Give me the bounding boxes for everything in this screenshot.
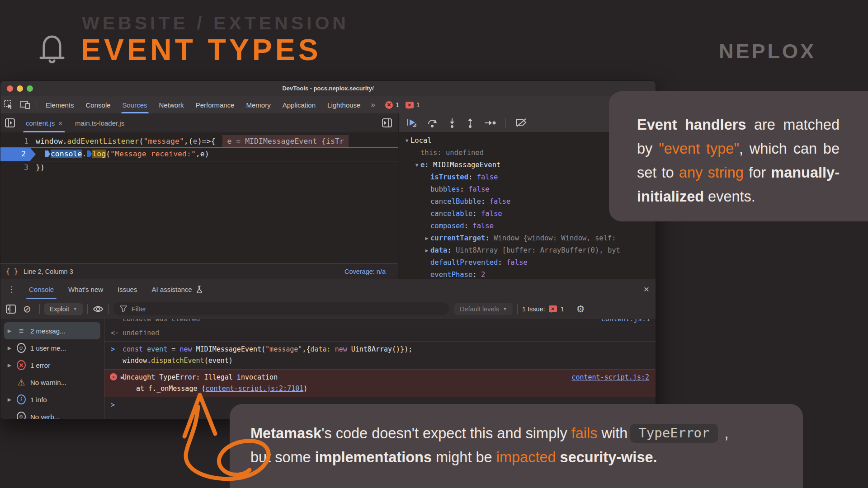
scope-text: false xyxy=(477,171,498,183)
issues-counter[interactable]: 1 Issue: ✕ 1 xyxy=(522,305,564,313)
tab-performance[interactable]: Performance xyxy=(190,96,241,113)
console-sidebar-item[interactable]: ⚠No warnin... xyxy=(4,374,100,391)
tab-lighthouse[interactable]: Lighthouse xyxy=(321,96,366,113)
pretty-print-icon[interactable]: { } xyxy=(6,267,18,276)
live-expression-eye-icon[interactable] xyxy=(92,304,104,314)
navigator-panel-toggle-icon[interactable] xyxy=(5,118,15,127)
text-token: "message" xyxy=(143,137,184,145)
drawer-menu-kebab-icon[interactable]: ⋮ xyxy=(8,285,15,294)
file-tab-content-js[interactable]: content.js × xyxy=(19,113,69,132)
tree-indent xyxy=(423,208,430,220)
text-token: events. xyxy=(704,188,755,205)
expand-triangle-icon[interactable]: ▶ xyxy=(7,345,12,351)
close-traffic-light[interactable] xyxy=(7,85,13,92)
scope-row[interactable]: defaultPrevented: false xyxy=(399,257,656,269)
drawer-tab-console[interactable]: Console xyxy=(22,279,61,299)
console-sidebar-item[interactable]: ▶☺1 user me... xyxy=(4,339,100,357)
code-editor[interactable]: 1 window.addEventListener("message",(e)=… xyxy=(0,132,398,263)
log-levels-dropdown[interactable]: Default levels ▼ xyxy=(454,303,513,315)
step-into-icon[interactable] xyxy=(448,117,457,128)
text-token: data: xyxy=(310,345,330,353)
execution-line-number[interactable]: 2 xyxy=(0,148,36,161)
expand-triangle-icon[interactable]: ▶ xyxy=(423,244,430,257)
expand-triangle-icon[interactable]: ▼ xyxy=(413,159,420,171)
line-number[interactable]: 3 xyxy=(0,161,36,174)
expand-triangle-icon[interactable]: ▶ xyxy=(423,232,430,244)
sidebar-item-label: No verb... xyxy=(30,413,60,420)
text-token: Event handlers xyxy=(637,117,746,133)
step-icon[interactable] xyxy=(484,117,496,128)
inspect-element-icon[interactable] xyxy=(4,100,14,110)
scope-row[interactable]: composed: false xyxy=(399,220,656,232)
text-token: 's code doesn't expect this and simply xyxy=(321,425,571,441)
text-token: any string xyxy=(679,164,744,181)
tab-console[interactable]: Console xyxy=(80,96,117,113)
bell-icon xyxy=(38,33,66,65)
sidebar-item-label: 1 user me... xyxy=(30,344,66,352)
javascript-context-dropdown[interactable]: Exploit ▼ xyxy=(44,303,83,315)
drawer-tab-issues[interactable]: Issues xyxy=(110,279,144,299)
tab-application[interactable]: Application xyxy=(277,96,321,113)
resume-script-icon[interactable] xyxy=(406,117,418,128)
inline-breakpoint-flag-icon[interactable] xyxy=(45,150,50,157)
drawer-tab-ai-assistance[interactable]: AI assistance xyxy=(144,279,210,299)
scope-row[interactable]: ▶currentTarget: Window {window: Window, … xyxy=(399,232,656,244)
device-toolbar-icon[interactable] xyxy=(20,100,31,110)
tab-sources[interactable]: Sources xyxy=(117,96,153,113)
tab-elements[interactable]: Elements xyxy=(40,96,80,113)
text-token: }) xyxy=(36,163,45,172)
typeerror-chip: TypeError xyxy=(630,424,717,443)
drawer-tab-bar: ⋮ Console What's new Issues AI assistanc… xyxy=(0,279,656,300)
close-file-tab-icon[interactable]: × xyxy=(58,119,62,127)
scope-text: : xyxy=(460,183,468,196)
source-location-link[interactable]: content.js:1 xyxy=(601,319,650,325)
console-sidebar-item[interactable]: ▶≡2 messag... xyxy=(4,322,100,339)
step-out-icon[interactable] xyxy=(466,117,475,128)
text-token: security-wise. xyxy=(560,449,657,465)
expand-triangle-icon[interactable]: ▼ xyxy=(403,135,410,147)
text-token: for xyxy=(744,164,771,181)
clear-console-icon[interactable]: ⊘ xyxy=(23,304,31,314)
tab-memory[interactable]: Memory xyxy=(241,96,277,113)
expand-triangle-icon[interactable]: ▶ xyxy=(121,372,124,383)
scope-row[interactable]: ▶data: Uint8Array [buffer: ArrayBuffer(0… xyxy=(399,244,656,257)
deactivate-breakpoints-icon[interactable] xyxy=(515,117,528,128)
expand-triangle-icon[interactable]: ▶ xyxy=(7,328,12,334)
filter-input[interactable]: Filter xyxy=(113,302,449,315)
minimize-traffic-light[interactable] xyxy=(17,85,23,92)
issues-badge[interactable]: ✕ 1 xyxy=(406,101,420,108)
scope-row[interactable]: eventPhase: 2 xyxy=(399,269,656,279)
errors-icon: ✕ xyxy=(17,361,26,370)
console-sidebar-item[interactable]: ▶i1 info xyxy=(4,391,100,408)
source-location-link[interactable]: content-script.js:2 xyxy=(571,372,649,383)
debugger-panel-toggle-icon[interactable] xyxy=(382,118,392,127)
console-sidebar-toggle-icon[interactable] xyxy=(6,305,16,314)
scope-text: Local xyxy=(410,135,432,147)
tree-indent xyxy=(423,171,430,183)
expand-triangle-icon[interactable]: ▶ xyxy=(7,362,12,368)
zoom-traffic-light[interactable] xyxy=(27,85,33,92)
console-sidebar-item[interactable]: ▶✕1 error xyxy=(4,357,100,374)
coverage-link[interactable]: Coverage: n/a xyxy=(344,268,386,275)
more-tabs-chevron[interactable]: » xyxy=(366,100,378,109)
line-number[interactable]: 1 xyxy=(0,135,36,147)
scope-text: cancelBubble xyxy=(430,196,481,208)
scope-text: data xyxy=(430,244,447,257)
text-token: new xyxy=(335,345,347,353)
file-tab-main-ts-loader-js[interactable]: main.ts-loader.js xyxy=(69,113,131,132)
text-token: fails xyxy=(571,425,598,441)
close-drawer-icon[interactable]: × xyxy=(644,284,649,295)
expand-triangle-icon[interactable]: ▶ xyxy=(7,397,12,403)
console-sidebar-item[interactable]: ☺No verb... xyxy=(4,408,100,419)
inline-breakpoint-flag-icon[interactable] xyxy=(87,150,92,157)
toolbar-divider xyxy=(108,304,109,314)
error-badge[interactable]: ✕ 1 xyxy=(385,101,399,109)
scope-text: Window xyxy=(494,232,523,244)
drawer-tab-whats-new[interactable]: What's new xyxy=(61,279,110,299)
step-over-icon[interactable] xyxy=(427,117,439,128)
tab-network[interactable]: Network xyxy=(153,96,190,113)
scope-text: cancelable xyxy=(430,208,472,220)
console-settings-gear-icon[interactable]: ⚙ xyxy=(576,304,585,314)
code-line-2-execution: 2 console.log("Message received:",e) xyxy=(0,147,398,161)
text-token: ( xyxy=(139,137,144,145)
